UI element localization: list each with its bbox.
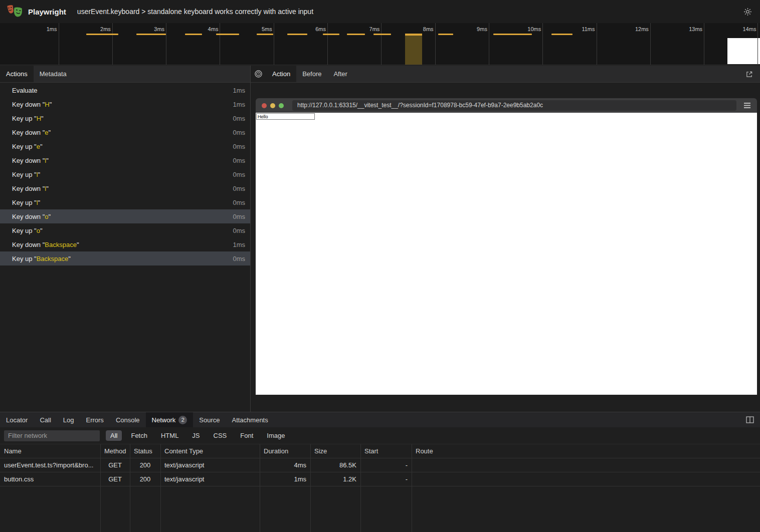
- timeline-action-bar: [86, 34, 118, 35]
- timeline-tick-label: 3ms: [138, 26, 164, 32]
- tab-metadata-label: Metadata: [40, 70, 67, 78]
- action-row[interactable]: Key down "o"0ms: [0, 209, 250, 223]
- cell-start: -: [360, 475, 412, 483]
- key-value: H: [45, 101, 49, 108]
- action-row[interactable]: Key down "e"0ms: [0, 125, 250, 139]
- action-duration: 1ms: [233, 101, 245, 108]
- details-panel: LocatorCallLogErrorsConsoleNetwork2Sourc…: [0, 412, 760, 532]
- toggle-layout-button[interactable]: [743, 412, 757, 427]
- tab-after-label: After: [333, 70, 347, 78]
- key-value: Backspace: [45, 241, 77, 248]
- pick-locator-button[interactable]: [251, 66, 266, 82]
- cell-size: 1.2K: [310, 475, 360, 483]
- filter-chip-html[interactable]: HTML: [156, 430, 183, 441]
- action-row[interactable]: Key down "l"0ms: [0, 153, 250, 167]
- text-input[interactable]: [256, 113, 315, 120]
- tab-action[interactable]: Action: [266, 66, 296, 82]
- tab-attachments[interactable]: Attachments: [226, 412, 274, 427]
- timeline-ruler[interactable]: 1ms2ms3ms4ms5ms6ms7ms8ms9ms10ms11ms12ms1…: [0, 23, 760, 65]
- timeline-gridline: [220, 23, 220, 65]
- tab-actions[interactable]: Actions: [0, 66, 34, 82]
- key-value: H: [37, 115, 41, 122]
- column-header-contenttype[interactable]: Content Type: [160, 447, 260, 455]
- key-value: e: [37, 143, 40, 150]
- action-row[interactable]: Key down "l"0ms: [0, 181, 250, 195]
- filter-chip-all[interactable]: All: [106, 430, 122, 441]
- filter-chip-fetch[interactable]: Fetch: [126, 430, 152, 441]
- table-header-row: NameMethodStatusContent TypeDurationSize…: [0, 444, 760, 458]
- url-bar: http://127.0.0.1:63315/__vitest_test__/?…: [292, 100, 736, 111]
- action-duration: 0ms: [233, 157, 245, 164]
- filter-chip-css[interactable]: CSS: [209, 430, 232, 441]
- film-strip-thumbnail[interactable]: [727, 38, 760, 64]
- timeline-gridline: [489, 23, 489, 65]
- tab-log-label: Log: [63, 416, 74, 424]
- action-row[interactable]: Key up "H"0ms: [0, 111, 250, 125]
- tab-network-label: Network: [152, 416, 176, 424]
- timeline-tick-label: 13ms: [676, 26, 702, 32]
- filter-chip-font[interactable]: Font: [236, 430, 258, 441]
- timeline-tick-label: 5ms: [246, 26, 272, 32]
- timeline-gridline: [59, 23, 59, 65]
- action-label: Key up "l": [12, 171, 40, 178]
- app-title: Playwright: [28, 8, 66, 16]
- network-row[interactable]: button.cssGET200text/javascript1ms1.2K-: [0, 472, 760, 486]
- playwright-logo-icon: [6, 4, 23, 19]
- column-header-route[interactable]: Route: [412, 447, 760, 455]
- snapshot-panel: ActionBeforeAfter http://127.0.0.1:63315…: [251, 66, 760, 412]
- column-header-status[interactable]: Status: [130, 447, 160, 455]
- action-label: Key down "Backspace": [12, 241, 79, 248]
- key-value: e: [45, 129, 48, 136]
- cell-duration: 1ms: [260, 475, 310, 483]
- action-label: Key down "e": [12, 129, 51, 136]
- filter-chip-image[interactable]: Image: [262, 430, 289, 441]
- resource-type-filters: AllFetchHTMLJSCSSFontImage: [106, 430, 289, 441]
- action-row[interactable]: Key down "H"1ms: [0, 97, 250, 111]
- tab-console-label: Console: [116, 416, 140, 424]
- column-header-start[interactable]: Start: [360, 447, 412, 455]
- action-row[interactable]: Key up "l"0ms: [0, 167, 250, 181]
- timeline-tick-label: 12ms: [623, 26, 649, 32]
- settings-button[interactable]: [741, 5, 754, 18]
- filter-chip-js[interactable]: JS: [187, 430, 204, 441]
- tab-source[interactable]: Source: [193, 412, 226, 427]
- tab-metadata[interactable]: Metadata: [34, 66, 73, 82]
- action-row[interactable]: Evaluate1ms: [0, 83, 250, 97]
- action-row[interactable]: Key up "e"0ms: [0, 139, 250, 153]
- action-list: Evaluate1msKey down "H"1msKey up "H"0msK…: [0, 83, 250, 412]
- tab-errors[interactable]: Errors: [80, 412, 109, 427]
- timeline-gridline: [542, 23, 543, 65]
- tab-after[interactable]: After: [327, 66, 353, 82]
- network-row[interactable]: userEvent.test.ts?import&bro...GET200tex…: [0, 458, 760, 472]
- timeline-gridline: [166, 23, 166, 65]
- key-value: l: [37, 171, 38, 178]
- network-table: NameMethodStatusContent TypeDurationSize…: [0, 444, 760, 532]
- network-toolbar: AllFetchHTMLJSCSSFontImage: [0, 427, 760, 444]
- action-row[interactable]: Key up "Backspace"0ms: [0, 251, 250, 265]
- key-value: o: [45, 213, 48, 220]
- action-row[interactable]: Key up "l"0ms: [0, 195, 250, 209]
- tab-console[interactable]: Console: [110, 412, 146, 427]
- timeline-action-bar: [373, 34, 391, 35]
- tab-network[interactable]: Network2: [146, 412, 194, 427]
- open-snapshot-button[interactable]: [742, 66, 756, 83]
- column-header-duration[interactable]: Duration: [260, 447, 310, 455]
- timeline-gridline: [381, 23, 382, 65]
- action-row[interactable]: Key up "o"0ms: [0, 223, 250, 237]
- tab-call[interactable]: Call: [34, 412, 57, 427]
- action-duration: 1ms: [233, 241, 245, 248]
- timeline-gridline: [435, 23, 436, 65]
- timeline-tick-label: 11ms: [569, 26, 595, 32]
- action-row[interactable]: Key down "Backspace"1ms: [0, 237, 250, 251]
- filter-network-input[interactable]: [4, 430, 100, 441]
- column-header-name[interactable]: Name: [0, 447, 100, 455]
- key-value: l: [45, 185, 46, 192]
- snapshot-tabs: ActionBeforeAfter: [266, 66, 353, 82]
- tab-locator[interactable]: Locator: [0, 412, 34, 427]
- timeline-action-bar: [257, 34, 273, 35]
- column-header-size[interactable]: Size: [310, 447, 360, 455]
- tab-log[interactable]: Log: [57, 412, 80, 427]
- tab-before[interactable]: Before: [296, 66, 327, 82]
- details-tab-strip: LocatorCallLogErrorsConsoleNetwork2Sourc…: [0, 412, 760, 427]
- column-header-method[interactable]: Method: [100, 447, 130, 455]
